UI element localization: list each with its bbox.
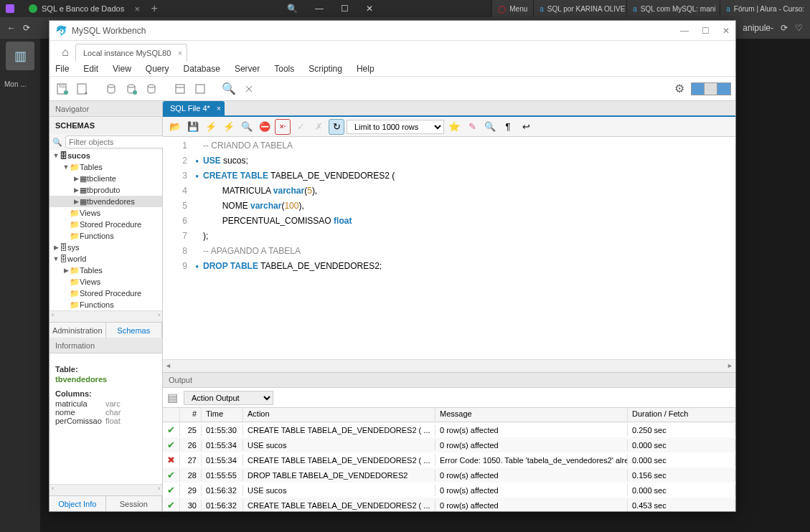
output-row[interactable]: ✔3001:56:32CREATE TABLE TABELA_DE_VENDED… [163, 498, 735, 511]
rebuild-icon[interactable] [240, 80, 258, 98]
save-file-icon[interactable]: 💾 [185, 119, 201, 135]
new-tab-button[interactable]: + [146, 0, 163, 17]
connection-tab[interactable]: Local instance MySQL80 × [75, 44, 187, 61]
menu-edit[interactable]: Edit [83, 64, 98, 74]
menu-view[interactable]: View [113, 64, 131, 74]
output-row[interactable]: ✔2501:55:30CREATE TABLE TABELA_DE_VENDED… [163, 422, 735, 437]
maximize-icon[interactable]: ☐ [341, 4, 349, 14]
output-row[interactable]: ✔2601:55:34USE sucos0 row(s) affected0.0… [163, 437, 735, 452]
opera-tab-1[interactable]: aSQL por KARINA OLIVE× [533, 0, 626, 17]
autocommit-icon[interactable]: ↻ [329, 119, 344, 135]
navigator-panel: Navigator SCHEMAS 🔍 ▼🗄sucos ▼📁Tables ▶▦t… [50, 101, 163, 511]
folder-icon: 📁 [70, 220, 80, 229]
tab-schemas[interactable]: Schemas [106, 323, 163, 338]
panel-toggle[interactable] [691, 82, 731, 95]
folder-icon: 📁 [70, 209, 80, 218]
search-filter-icon: 🔍 [52, 138, 62, 147]
minimize-icon[interactable]: — [315, 4, 324, 14]
stop-icon[interactable]: ⛔ [257, 119, 273, 135]
opera-tab-2[interactable]: aSQL com MySQL: mani× [626, 0, 720, 17]
win-minimize-icon[interactable]: — [680, 26, 689, 36]
bookmark-icon[interactable]: ♡ [795, 23, 803, 33]
filter-objects-input[interactable] [65, 136, 171, 148]
win-maximize-icon[interactable]: ☐ [702, 26, 710, 36]
close-tab-icon[interactable]: × [135, 4, 141, 14]
settings-gear-icon[interactable]: ⚙ [671, 80, 688, 98]
output-row[interactable]: ✔2801:55:55DROP TABLE TABELA_DE_VENDEDOR… [163, 467, 735, 483]
toggle-invisible-icon[interactable]: ¶ [500, 119, 516, 135]
db-connect-icon[interactable] [103, 80, 120, 98]
status-icon: ✖ [163, 453, 180, 467]
menu-tools[interactable]: Tools [274, 64, 294, 74]
wrap-icon[interactable]: ↩ [518, 119, 534, 135]
execute-current-icon[interactable]: ⚡ [221, 119, 237, 135]
sql-editor[interactable]: 1 2 3 4 5 6 7 8 9 -- CRIANDO A TABELA US… [163, 137, 735, 359]
window-title: MySQL Workbench [72, 26, 146, 36]
editor-hscroll[interactable] [163, 359, 735, 372]
reload-icon[interactable]: ⟳ [23, 23, 30, 33]
output-type-select[interactable]: Action Output [184, 391, 273, 405]
explain-icon[interactable]: 🔍 [239, 119, 255, 135]
beautify-icon[interactable]: ⭐ [446, 119, 462, 135]
tab-object-info[interactable]: Object Info [50, 496, 106, 511]
stop-icon-2[interactable]: ×· [275, 119, 291, 135]
menu-file[interactable]: File [55, 64, 69, 74]
menu-scripting[interactable]: Scripting [309, 64, 342, 74]
win-close-icon[interactable]: ✕ [722, 26, 730, 36]
connection-tabbar: ⌂ Local instance MySQL80 × [50, 41, 735, 61]
navigator-header: Navigator [50, 101, 162, 117]
schema-tree[interactable]: ▼🗄sucos ▼📁Tables ▶▦tbcliente ▶▦tbproduto… [50, 150, 162, 310]
folder-icon: 📁 [70, 277, 80, 287]
mysql-workbench-window: 🐬 MySQL Workbench — ☐ ✕ ⌂ Local instance… [49, 20, 736, 512]
folder-icon: 📁 [70, 266, 80, 275]
menu-database[interactable]: Database [184, 64, 220, 74]
db-icon: 🗄 [60, 151, 67, 160]
sql-file-tab[interactable]: SQL File 4*× [163, 101, 225, 115]
output-grid[interactable]: # Time Action Message Duration / Fetch ✔… [163, 408, 735, 511]
table-plus-icon[interactable] [192, 80, 209, 98]
close-conn-icon[interactable]: × [178, 49, 182, 57]
svg-text:SQL: SQL [59, 84, 66, 88]
search-icon[interactable]: 🔍 [287, 4, 298, 14]
open-sql-icon[interactable] [74, 80, 91, 98]
brush-icon[interactable]: ✎ [464, 119, 480, 135]
reload-icon-2[interactable]: ⟳ [781, 23, 788, 33]
menu-query[interactable]: Query [146, 64, 169, 74]
status-icon: ✔ [163, 423, 180, 437]
table-icon: ▦ [80, 174, 87, 184]
new-sql-tab-icon[interactable]: SQL [54, 80, 71, 98]
opera-tab-menu[interactable]: ◯Menu [491, 0, 533, 17]
tab-administration[interactable]: Administration [50, 323, 106, 338]
close-sql-tab-icon[interactable]: × [217, 105, 221, 113]
menu-server[interactable]: Server [235, 64, 260, 74]
output-list-icon[interactable]: ▤ [167, 391, 178, 404]
rollback-icon[interactable]: ✗ [311, 119, 326, 135]
db-refresh-icon[interactable] [143, 80, 160, 98]
menu-help[interactable]: Help [357, 64, 375, 74]
svg-rect-8 [176, 85, 184, 93]
output-row[interactable]: ✖2701:55:34CREATE TABLE TABELA_DE_VENDED… [163, 452, 735, 467]
search-tb-icon[interactable]: 🔍 [220, 80, 237, 98]
back-icon[interactable]: ← [7, 23, 16, 33]
figma-tab[interactable] [0, 0, 22, 17]
close-icon[interactable]: ✕ [366, 4, 373, 14]
browser-tab-active[interactable]: SQL e Banco de Dados × [22, 0, 146, 17]
tree-selected-table[interactable]: ▶▦tbvendedores [50, 196, 162, 207]
main-toolbar: SQL 🔍 ⚙ [50, 77, 735, 101]
window-titlebar[interactable]: 🐬 MySQL Workbench — ☐ ✕ [50, 21, 735, 41]
commit-icon[interactable]: ✓ [293, 119, 309, 135]
tab-session[interactable]: Session [106, 496, 163, 511]
code-area[interactable]: -- CRIANDO A TABELA USE sucos; CREATE TA… [190, 137, 735, 359]
db-add-icon[interactable] [123, 80, 140, 98]
execute-icon[interactable]: ⚡ [203, 119, 219, 135]
app-logo-icon: 🐬 [55, 25, 67, 37]
output-row[interactable]: ✔2901:56:32USE sucos0 row(s) affected0.0… [163, 483, 735, 498]
find-icon[interactable]: 🔍 [482, 119, 498, 135]
limit-rows-select[interactable]: Limit to 1000 rows [347, 120, 444, 134]
app-icon[interactable]: ▥ [6, 42, 34, 70]
table-icon[interactable] [171, 80, 189, 98]
open-file-icon[interactable]: 📂 [167, 119, 183, 135]
main-area: SQL File 4*× 📂 💾 ⚡ ⚡ 🔍 ⛔ ×· ✓ ✗ ↻ Limit … [163, 101, 735, 511]
opera-tab-3[interactable]: aFórum | Alura - Curso: [720, 0, 810, 17]
home-icon[interactable]: ⌂ [55, 44, 75, 61]
